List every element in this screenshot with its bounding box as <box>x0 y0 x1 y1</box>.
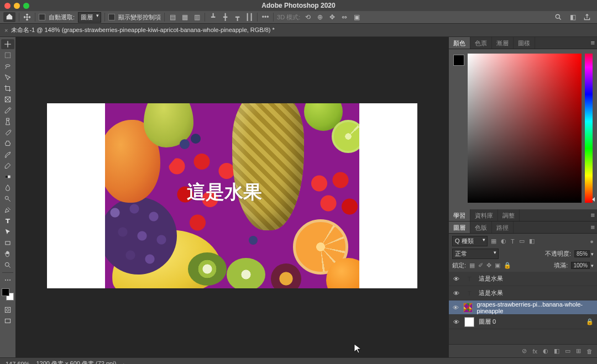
fill-chevron-icon[interactable]: ▾ <box>591 263 594 268</box>
layer-name[interactable]: 這是水果 <box>479 275 503 283</box>
foreground-color-swatch[interactable] <box>2 288 9 296</box>
filter-adjustment-icon[interactable]: ◐ <box>501 238 506 245</box>
layers-panel-menu-icon[interactable]: ≡ <box>590 223 595 231</box>
new-layer-icon[interactable]: ⊞ <box>576 347 581 355</box>
history-brush-tool[interactable] <box>1 150 14 160</box>
tab-channels[interactable]: 色版 <box>470 221 492 233</box>
hue-strip[interactable] <box>585 54 593 203</box>
window-close-button[interactable] <box>4 3 11 9</box>
adjustment-layer-icon[interactable]: ◧ <box>554 347 559 355</box>
show-transform-checkbox[interactable] <box>108 14 115 20</box>
color-fg-swatch[interactable] <box>453 55 464 66</box>
tab-paths[interactable]: 路徑 <box>492 221 514 233</box>
3d-zoom-icon[interactable]: ▣ <box>352 13 361 21</box>
color-swatches[interactable] <box>2 288 14 300</box>
tab-swatches[interactable]: 色票 <box>470 37 492 49</box>
layer-fx-icon[interactable]: fx <box>532 348 537 355</box>
rectangle-tool[interactable] <box>1 238 14 248</box>
move-tool-icon[interactable] <box>23 13 32 22</box>
layer-name[interactable]: grapes-strawberries-pi...banana-whole-pi… <box>477 301 594 314</box>
align-top-icon[interactable]: ┻ <box>208 13 217 21</box>
lasso-tool[interactable] <box>1 61 14 71</box>
search-icon[interactable] <box>554 13 563 21</box>
brush-tool[interactable] <box>1 128 14 138</box>
3d-pan-icon[interactable]: ✥ <box>328 13 337 21</box>
window-minimize-button[interactable] <box>14 3 20 9</box>
tab-color[interactable]: 顏色 <box>449 37 470 49</box>
canvas-area[interactable]: 這是水果 <box>15 37 449 357</box>
eyedropper-tool[interactable] <box>1 105 14 115</box>
crop-tool[interactable] <box>1 83 14 93</box>
lock-artboard-icon[interactable]: ▣ <box>495 262 500 269</box>
tab-patterns[interactable]: 圖樣 <box>514 37 535 49</box>
align-right-icon[interactable]: ▥ <box>192 13 201 21</box>
pen-tool[interactable] <box>1 205 14 215</box>
visibility-toggle-icon[interactable]: 👁 <box>452 290 460 297</box>
zoom-level[interactable]: 147.69% <box>6 361 29 365</box>
align-center-h-icon[interactable]: ▦ <box>180 13 189 21</box>
home-button[interactable] <box>3 12 15 22</box>
tab-gradients[interactable]: 漸層 <box>492 37 514 49</box>
lock-position-brush-icon[interactable]: ✐ <box>478 262 483 269</box>
link-layers-icon[interactable]: ⊘ <box>522 347 527 355</box>
dodge-tool[interactable] <box>1 194 14 204</box>
gradient-tool[interactable] <box>1 172 14 182</box>
path-selection-tool[interactable] <box>1 227 14 237</box>
tab-adjustments[interactable]: 調整 <box>498 209 520 221</box>
filter-smart-icon[interactable]: ◧ <box>529 238 535 245</box>
tab-layers[interactable]: 圖層 <box>449 221 470 233</box>
tab-libraries[interactable]: 資料庫 <box>470 209 498 221</box>
lock-all-icon[interactable]: 🔒 <box>504 262 511 269</box>
tab-learn[interactable]: 學習 <box>449 209 470 221</box>
document-tab[interactable]: × 未命名-1 @ 148% (grapes-strawberries-pine… <box>4 26 275 34</box>
screen-mode-icon[interactable] <box>1 316 14 326</box>
align-bottom-icon[interactable]: ┳ <box>233 13 242 21</box>
move-tool[interactable] <box>1 39 14 49</box>
layer-name[interactable]: 這是水果 <box>479 289 503 297</box>
visibility-toggle-icon[interactable]: 👁 <box>452 319 460 325</box>
lock-pixels-icon[interactable]: ▦ <box>469 262 475 269</box>
opacity-value[interactable]: 85% <box>574 250 590 257</box>
layer-row[interactable]: 👁 圖層 0 🔒 <box>449 315 597 329</box>
window-zoom-button[interactable] <box>23 3 29 9</box>
3d-slide-icon[interactable]: ⇔ <box>340 13 349 21</box>
type-tool[interactable] <box>1 216 14 226</box>
layer-mask-icon[interactable]: ◐ <box>543 347 548 355</box>
marquee-tool[interactable] <box>1 50 14 60</box>
close-tab-icon[interactable]: × <box>4 27 8 34</box>
color-panel-menu-icon[interactable]: ≡ <box>590 39 595 47</box>
layer-name[interactable]: 圖層 0 <box>479 318 496 326</box>
color-field[interactable] <box>468 54 582 203</box>
fill-value[interactable]: 100% <box>571 262 590 269</box>
layer-row[interactable]: 👁 grapes-strawberries-pi...banana-whole-… <box>449 300 597 315</box>
share-icon[interactable] <box>583 13 591 21</box>
3d-roll-icon[interactable]: ⊕ <box>316 13 324 21</box>
quick-selection-tool[interactable] <box>1 72 14 82</box>
layer-row[interactable]: 👁 T 這是水果 <box>449 286 597 300</box>
filter-shape-icon[interactable]: ▭ <box>519 238 525 245</box>
quick-mask-icon[interactable] <box>1 305 14 315</box>
hand-tool[interactable] <box>1 249 14 259</box>
align-left-icon[interactable]: ▤ <box>168 13 177 21</box>
align-middle-icon[interactable]: ╋ <box>221 13 229 21</box>
opacity-chevron-icon[interactable]: ▾ <box>591 251 594 257</box>
lock-position-icon[interactable]: ✥ <box>486 262 491 269</box>
delete-layer-icon[interactable]: 🗑 <box>586 348 593 355</box>
group-icon[interactable]: ▭ <box>565 347 570 355</box>
filter-type-icon[interactable]: T <box>511 238 515 245</box>
frame-tool[interactable] <box>1 94 14 104</box>
libraries-panel-menu-icon[interactable]: ≡ <box>590 211 595 219</box>
distribute-icon[interactable]: ┃┃ <box>245 13 254 21</box>
hue-handle-icon[interactable] <box>592 197 595 202</box>
3d-orbit-icon[interactable]: ⟲ <box>303 13 312 21</box>
eraser-tool[interactable] <box>1 161 14 171</box>
visibility-toggle-icon[interactable]: 👁 <box>452 276 460 282</box>
filter-pixel-icon[interactable]: ▦ <box>491 238 496 245</box>
layer-row[interactable]: 👁 T 這是水果 <box>449 272 597 286</box>
doc-dimensions[interactable]: 1200 像素 x 600 像素 (72 ppi) <box>36 360 116 364</box>
lock-icon[interactable]: 🔒 <box>586 318 594 325</box>
workspace-picker-icon[interactable]: ◧ <box>568 13 577 21</box>
artboard[interactable]: 這是水果 <box>47 103 417 288</box>
healing-brush-tool[interactable] <box>1 117 14 126</box>
auto-select-checkbox[interactable] <box>39 14 45 20</box>
